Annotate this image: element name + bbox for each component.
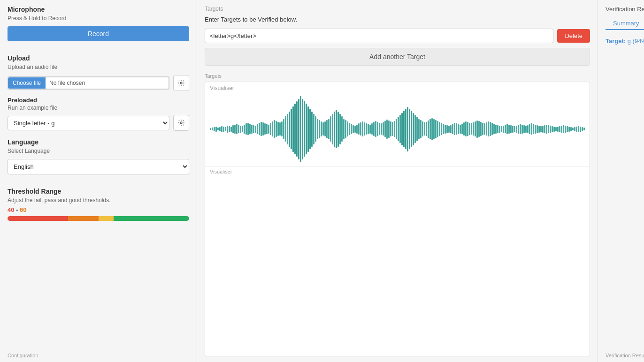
waveform-bar xyxy=(401,113,403,145)
waveform-bar xyxy=(300,96,301,162)
waveform-bar xyxy=(230,127,232,132)
waveform-bar xyxy=(471,123,472,135)
threshold-bar-red xyxy=(8,216,68,221)
play-settings-icon xyxy=(177,119,185,127)
waveform-bar xyxy=(563,125,564,133)
add-target-button[interactable]: Add another Target xyxy=(205,48,590,66)
waveform-bar xyxy=(508,125,510,134)
threshold-bar xyxy=(8,216,189,221)
waveform-bar xyxy=(212,128,213,130)
waveform-bar xyxy=(287,114,288,144)
waveform-bar xyxy=(343,119,345,139)
waveform-bar xyxy=(409,109,410,149)
waveform-bar xyxy=(469,123,470,135)
waveform-bar xyxy=(334,112,335,147)
language-select[interactable]: English Spanish French xyxy=(8,159,189,174)
waveform-bar xyxy=(452,124,453,134)
waveform-bar xyxy=(302,99,303,159)
waveform-bar xyxy=(215,127,217,132)
waveform-bar xyxy=(221,126,222,132)
waveform-bar xyxy=(411,111,412,147)
waveform-bar xyxy=(266,124,268,134)
waveform-bar xyxy=(458,124,459,134)
waveform-bar xyxy=(407,107,408,151)
results-panel-label: Verification Results xyxy=(606,353,644,358)
results-title: Verification Results xyxy=(606,6,644,13)
waveform-bar xyxy=(223,127,224,132)
waveform-bar xyxy=(364,122,365,136)
record-button[interactable]: Record xyxy=(8,26,189,41)
visualiser-footer: Visualiser xyxy=(205,166,590,177)
waveform-bar xyxy=(294,104,296,154)
waveform-bar xyxy=(399,115,401,143)
waveform-bar xyxy=(488,121,489,136)
waveform-bar xyxy=(234,125,236,134)
waveform-bar xyxy=(384,121,386,137)
waveform-bar xyxy=(264,123,266,135)
waveform-bar xyxy=(306,104,307,154)
threshold-bar-orange xyxy=(68,216,99,221)
waveform-bar xyxy=(553,127,555,132)
waveform-bar xyxy=(557,127,559,132)
waveform-bar xyxy=(262,122,264,136)
targets-section-label: Targets xyxy=(205,73,590,79)
waveform-bar xyxy=(304,101,305,157)
upload-settings-icon-btn[interactable] xyxy=(173,75,189,91)
waveform-bar xyxy=(501,126,502,132)
svg-point-1 xyxy=(180,122,182,124)
waveform-bar xyxy=(289,112,290,147)
waveform-bar xyxy=(529,124,530,134)
waveform-bar xyxy=(445,125,446,134)
waveform-bar xyxy=(493,124,495,134)
waveform-bar xyxy=(568,127,570,132)
waveform-bar xyxy=(307,106,309,152)
waveform-bar xyxy=(354,126,356,133)
waveform-bar xyxy=(518,125,519,134)
waveform-bar xyxy=(527,125,529,133)
waveform-bar xyxy=(332,114,333,144)
svg-point-0 xyxy=(180,82,182,84)
waveform-bar xyxy=(232,125,234,133)
waveform-bar xyxy=(283,119,284,139)
language-section: Language Select Language English Spanish… xyxy=(8,138,189,182)
waveform-bar xyxy=(351,124,352,134)
waveform-bar xyxy=(398,117,399,141)
waveform-bar xyxy=(356,125,358,134)
waveform-bar xyxy=(491,123,493,135)
target-input[interactable] xyxy=(205,29,553,43)
waveform-bar xyxy=(578,126,579,132)
preloaded-play-icon-btn[interactable] xyxy=(173,115,189,131)
waveform-bar xyxy=(478,121,480,137)
results-panel: Verification Results Summary JSON Target… xyxy=(598,0,644,362)
threshold-values: 40 - 60 xyxy=(8,206,189,213)
waveform-bar xyxy=(225,127,226,131)
waveform-bar xyxy=(435,120,437,138)
target-label: Target: xyxy=(606,38,626,45)
waveform-bar xyxy=(476,121,478,138)
waveform-bar xyxy=(538,126,540,133)
waveform-bar xyxy=(317,119,318,139)
waveform-bar xyxy=(505,125,506,133)
waveform-bar xyxy=(460,125,461,134)
waveform-bar xyxy=(277,122,279,136)
waveform-bar xyxy=(497,125,498,133)
waveform-bar xyxy=(555,127,557,131)
waveform-bar xyxy=(544,125,545,133)
waveform-bar xyxy=(486,122,487,136)
summary-tab[interactable]: Summary xyxy=(606,17,644,30)
preloaded-select[interactable]: Single letter - g Single letter - a Sing… xyxy=(8,116,169,130)
waveform-bar xyxy=(542,126,544,133)
waveform-bar xyxy=(214,127,215,131)
waveform-bar xyxy=(245,123,247,135)
waveform-bar xyxy=(242,126,243,132)
threshold-title: Threshold Range xyxy=(8,188,189,195)
waveform-bar xyxy=(324,121,326,136)
waveform-bar xyxy=(525,126,527,133)
waveform-bar xyxy=(244,125,245,134)
waveform-bar xyxy=(570,127,572,131)
waveform-bar xyxy=(582,127,583,131)
waveform-bar xyxy=(349,123,350,135)
choose-file-button[interactable]: Choose file xyxy=(8,77,46,89)
waveform-bar xyxy=(461,124,463,134)
delete-button[interactable]: Delete xyxy=(557,29,590,43)
